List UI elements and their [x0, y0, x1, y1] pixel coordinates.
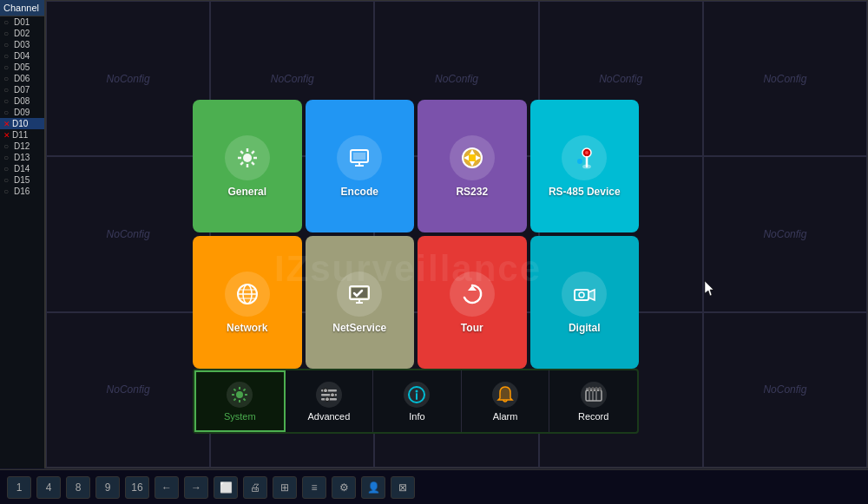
digital-icon: [562, 272, 607, 317]
advanced-menu-label: Advanced: [307, 411, 350, 422]
grid-cell-10: NoConfig: [46, 312, 210, 468]
encode-label: Encode: [341, 186, 378, 198]
svg-point-0: [243, 154, 252, 162]
advanced-menu-icon: [316, 382, 342, 408]
channel-item-d04[interactable]: ○D04: [0, 50, 44, 62]
channel-item-d05[interactable]: ○D05: [0, 62, 44, 73]
icon-tile-rs485[interactable]: RS-485 Device: [530, 100, 640, 232]
taskbar-btn-10[interactable]: ≡: [302, 476, 326, 499]
channel-item-d08[interactable]: ○D08: [0, 95, 44, 107]
noconfig-label: NoConfig: [763, 228, 806, 240]
icon-tile-netservice[interactable]: NetService: [306, 236, 415, 369]
channel-item-d07[interactable]: ○D07: [0, 84, 44, 95]
info-menu-label: Info: [409, 411, 424, 422]
system-menu-label: System: [224, 411, 256, 422]
noconfig-label: NoConfig: [271, 73, 314, 85]
svg-line-6: [252, 162, 254, 165]
svg-line-8: [240, 162, 243, 165]
svg-point-20: [585, 151, 589, 154]
noconfig-label: NoConfig: [107, 383, 150, 396]
grid-cell-14: NoConfig: [703, 312, 867, 468]
channel-item-d13[interactable]: ○D13: [0, 152, 44, 163]
netservice-label: NetService: [332, 322, 386, 334]
noconfig-label: NoConfig: [435, 73, 478, 85]
taskbar-btn-3[interactable]: 9: [95, 476, 120, 499]
channel-item-d15[interactable]: ○D15: [0, 174, 44, 186]
svg-point-22: [582, 164, 591, 168]
taskbar-btn-5[interactable]: ←: [155, 476, 179, 499]
svg-line-5: [240, 151, 243, 154]
svg-line-7: [252, 151, 254, 154]
channel-item-d16[interactable]: ○D16: [0, 186, 44, 197]
channel-item-d01[interactable]: ○D01: [0, 16, 44, 28]
noconfig-label: NoConfig: [763, 383, 806, 396]
channel-item-d14[interactable]: ○D14: [0, 163, 44, 174]
channel-item-d12[interactable]: ○D12: [0, 141, 44, 152]
svg-rect-61: [592, 387, 594, 391]
menu-item-advanced[interactable]: Advanced: [286, 370, 374, 432]
noconfig-label: NoConfig: [599, 73, 642, 85]
channel-list: ○D01○D02○D03○D04○D05○D06○D07○D08○D09✕D10…: [0, 16, 44, 197]
general-label: General: [227, 186, 266, 198]
digital-label: Digital: [569, 322, 601, 334]
taskbar: 148916←→⬜🖨⊞≡⚙👤⊠: [0, 469, 868, 504]
taskbar-btn-0[interactable]: 1: [7, 476, 31, 499]
alarm-menu-icon: [492, 382, 518, 408]
general-icon: [225, 135, 270, 180]
system-menu-icon: [227, 382, 253, 408]
info-menu-icon: [404, 382, 430, 408]
encode-icon: [337, 135, 382, 180]
record-menu-icon: [581, 382, 607, 408]
icon-tile-digital[interactable]: Digital: [530, 236, 640, 369]
record-menu-label: Record: [578, 411, 608, 422]
taskbar-btn-1[interactable]: 4: [36, 476, 61, 499]
taskbar-btn-8[interactable]: 🖨: [243, 476, 267, 499]
svg-rect-63: [599, 387, 601, 391]
menu-item-record[interactable]: Record: [549, 370, 637, 432]
svg-rect-60: [589, 387, 590, 391]
rs232-label: RS232: [456, 186, 488, 198]
svg-rect-12: [353, 153, 365, 160]
sidebar-header: Channel: [0, 0, 44, 16]
svg-point-49: [323, 388, 327, 392]
menu-item-alarm[interactable]: Alarm: [462, 370, 550, 432]
channel-item-d09[interactable]: ○D09: [0, 107, 44, 118]
noconfig-label: NoConfig: [107, 228, 150, 240]
grid-cell-4: NoConfig: [703, 1, 867, 156]
taskbar-btn-9[interactable]: ⊞: [273, 476, 297, 499]
svg-rect-62: [595, 387, 597, 391]
rs485-icon: [562, 135, 607, 180]
alarm-menu-label: Alarm: [493, 411, 518, 422]
taskbar-btn-11[interactable]: ⚙: [332, 476, 356, 499]
channel-item-d03[interactable]: ○D03: [0, 39, 44, 50]
noconfig-label: NoConfig: [107, 73, 150, 85]
bottom-menu: System Advanced Info Alarm Record: [193, 369, 639, 434]
icon-tile-encode[interactable]: Encode: [306, 100, 415, 232]
svg-line-43: [244, 398, 246, 400]
icon-tile-rs232[interactable]: RS232: [418, 100, 527, 232]
grid-cell-0: NoConfig: [46, 1, 210, 156]
taskbar-btn-13[interactable]: ⊠: [391, 476, 415, 499]
svg-point-37: [236, 391, 243, 398]
netservice-icon: [337, 272, 382, 317]
taskbar-btn-7[interactable]: ⬜: [214, 476, 238, 499]
svg-point-23: [577, 159, 582, 164]
channel-item-d02[interactable]: ○D02: [0, 28, 44, 39]
channel-item-d06[interactable]: ○D06: [0, 73, 44, 84]
svg-line-45: [234, 398, 236, 400]
taskbar-btn-4[interactable]: 16: [125, 476, 149, 499]
channel-item-d11[interactable]: ✕D11: [0, 129, 44, 141]
icon-tile-network[interactable]: Network: [193, 236, 302, 369]
menu-item-info[interactable]: Info: [373, 370, 462, 432]
taskbar-btn-6[interactable]: →: [184, 476, 208, 499]
svg-point-53: [416, 389, 418, 392]
channel-item-d10[interactable]: ✕D10: [0, 118, 44, 129]
taskbar-btn-12[interactable]: 👤: [361, 476, 385, 499]
icon-tile-tour[interactable]: Tour: [418, 236, 527, 369]
grid-cell-9: NoConfig: [703, 156, 867, 311]
taskbar-btn-2[interactable]: 8: [66, 476, 90, 499]
channel-sidebar: Channel ○D01○D02○D03○D04○D05○D06○D07○D08…: [0, 0, 45, 468]
noconfig-label: NoConfig: [763, 73, 806, 85]
icon-tile-general[interactable]: General: [193, 100, 302, 232]
menu-item-system[interactable]: System: [194, 370, 286, 432]
